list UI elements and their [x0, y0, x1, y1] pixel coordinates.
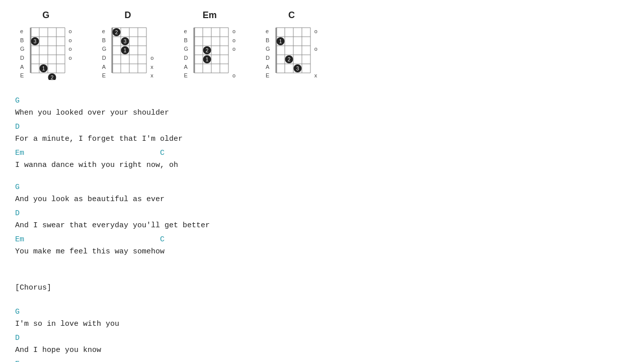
chord-block-d: DeBGDAE231oxx: [102, 10, 154, 80]
lyric-line: And you look as beautiful as ever: [15, 194, 629, 206]
chord-markers: oooo: [69, 26, 72, 80]
chord-name-c: C: [288, 10, 295, 21]
svg-text:3: 3: [33, 39, 36, 44]
spacer: [15, 296, 629, 304]
chord-name-em: Em: [203, 10, 217, 21]
chord-string-labels: eBGDAE: [102, 26, 107, 80]
svg-text:1: 1: [42, 66, 45, 71]
lyric-line: When you looked over your shoulder: [15, 107, 629, 119]
chord-name-d: D: [125, 10, 131, 21]
lyric-line: And I swear that everyday you'll get bet…: [15, 220, 629, 232]
chord-line: G: [15, 95, 629, 107]
lyric-line: You make me feel this way somehow: [15, 246, 629, 258]
chord-block-em: EmeBGDAE21oooo: [184, 10, 235, 80]
chord-block-c: CeBGDAE123oox: [266, 10, 317, 80]
chord-markers: oxx: [150, 26, 153, 80]
lyric-line: And I hope you know: [15, 344, 629, 356]
chord-line: D: [15, 208, 629, 220]
svg-text:2: 2: [206, 48, 209, 53]
section-label: [Chorus]: [15, 282, 629, 294]
chord-markers: oooo: [232, 26, 235, 80]
spacer: [15, 171, 629, 179]
spacer: [15, 258, 629, 266]
svg-text:3: 3: [124, 39, 127, 44]
chord-line: Em C: [15, 147, 629, 159]
lyric-line: For a minute, I forget that I'm older: [15, 133, 629, 145]
lyric-line: I wanna dance with you right now, oh: [15, 159, 629, 171]
chord-markers: oox: [314, 26, 317, 80]
lyric-line: I'm so in love with you: [15, 318, 629, 330]
chord-line: D: [15, 332, 629, 344]
svg-text:2: 2: [50, 75, 53, 80]
svg-text:1: 1: [124, 48, 127, 53]
lyrics-section: GWhen you looked over your shoulderDFor …: [10, 95, 634, 362]
chord-string-labels: eBGDAE: [266, 26, 270, 80]
chord-line: G: [15, 306, 629, 318]
chord-string-labels: eBGDAE: [20, 26, 25, 80]
svg-text:1: 1: [279, 39, 282, 44]
svg-text:3: 3: [296, 66, 299, 71]
chord-diagrams-container: GeBGDAE312ooooDeBGDAE231oxxEmeBGDAE21ooo…: [10, 5, 634, 85]
chord-line: Em: [15, 358, 629, 362]
chord-string-labels: eBGDAE: [184, 26, 188, 80]
chord-line: Em C: [15, 234, 629, 246]
chord-line: D: [15, 121, 629, 133]
svg-text:2: 2: [115, 30, 118, 35]
svg-text:2: 2: [287, 57, 290, 62]
chord-name-g: G: [42, 10, 49, 21]
spacer: [15, 266, 629, 274]
chord-block-g: GeBGDAE312oooo: [20, 10, 72, 80]
chord-line: G: [15, 182, 629, 194]
svg-text:1: 1: [206, 57, 209, 62]
